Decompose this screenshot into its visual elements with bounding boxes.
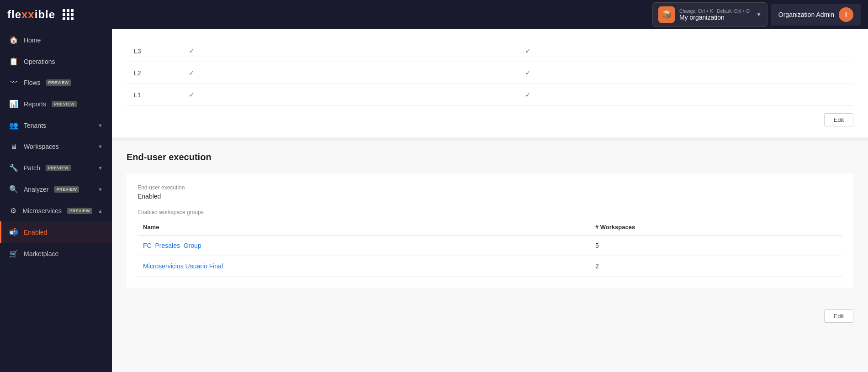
top-edit-btn-container: Edit (127, 106, 853, 126)
level-l2: L2 (127, 62, 181, 84)
analyzer-icon: 🔍 (9, 185, 18, 194)
workspace-table-header-row: Name # Workspaces (138, 219, 842, 236)
header-right: 📦 Change: Ctrl + K Default: Ctrl + D My … (652, 2, 861, 27)
sidebar-item-operations[interactable]: 📋 Operations (0, 51, 112, 72)
reports-preview-badge: PREVIEW (52, 101, 77, 107)
workspace-row-1: FC_Presales_Group 5 (138, 236, 842, 256)
level-l1-check1: ✓ (181, 84, 518, 106)
sidebar-item-patch[interactable]: 🔧 Patch PREVIEW ▼ (0, 157, 112, 178)
admin-avatar: I (839, 7, 853, 22)
check-icon: ✓ (189, 91, 195, 99)
org-icon: 📦 (658, 6, 675, 23)
sidebar-item-tenants[interactable]: 👥 Tenants ▼ (0, 115, 112, 136)
sidebar-item-home-label: Home (24, 37, 41, 44)
analyzer-preview-badge: PREVIEW (54, 186, 79, 193)
sidebar-item-marketplace[interactable]: 🛒 Marketplace (0, 243, 112, 264)
org-info: Change: Ctrl + K Default: Ctrl + D My or… (679, 9, 750, 21)
level-l1: L1 (127, 84, 181, 106)
execution-field-value: Enabled (138, 193, 842, 200)
workspace-row-2: Microservicios Usuario Final 2 (138, 256, 842, 277)
execution-card: End-user execution Enabled Enabled works… (127, 173, 853, 288)
admin-label: Organization Admin (778, 11, 834, 18)
org-name: My organization (679, 14, 750, 21)
sidebar-item-reports-label: Reports (24, 100, 46, 108)
sidebar-item-enabled[interactable]: 📬 Enabled (0, 221, 112, 243)
bottom-edit-button[interactable]: Edit (824, 309, 853, 323)
sidebar-item-microservices-label: Microservices (23, 207, 62, 215)
flows-preview-badge: PREVIEW (46, 79, 71, 86)
workspaces-chevron-icon: ▼ (98, 144, 103, 149)
groups-label: Enabled workspace groups (138, 209, 842, 215)
sidebar-item-marketplace-label: Marketplace (24, 250, 58, 257)
level-l3: L3 (127, 40, 181, 62)
workspace-groups-table: Name # Workspaces FC_Presales_Group 5 Mi… (138, 219, 842, 277)
sidebar-item-tenants-label: Tenants (24, 122, 46, 129)
sidebar-item-reports[interactable]: 📊 Reports PREVIEW (0, 93, 112, 115)
levels-table: L3 ✓ ✓ L2 ✓ ✓ L1 ✓ ✓ (127, 40, 853, 106)
marketplace-icon: 🛒 (9, 249, 18, 258)
sidebar-item-flows-label: Flows (24, 79, 41, 86)
check-icon: ✓ (189, 47, 195, 55)
workspace-name-2: Microservicios Usuario Final (138, 256, 590, 277)
sidebar-item-microservices[interactable]: ⚙ Microservices PREVIEW ▲ (0, 200, 112, 221)
patch-preview-badge: PREVIEW (46, 165, 71, 171)
top-edit-button[interactable]: Edit (824, 113, 853, 126)
microservices-chevron-icon: ▲ (98, 208, 103, 214)
tenants-chevron-icon: ▼ (98, 123, 103, 128)
execution-section-title: End-user execution (127, 152, 853, 162)
table-row-l3: L3 ✓ ✓ (127, 40, 853, 62)
level-l3-check2: ✓ (518, 40, 854, 62)
org-chevron-icon: ▼ (756, 11, 762, 18)
analyzer-chevron-icon: ▼ (98, 187, 103, 192)
microservices-icon: ⚙ (9, 206, 17, 215)
level-l1-check2: ✓ (518, 84, 854, 106)
workspace-col-count: # Workspaces (590, 219, 842, 236)
table-row-l2: L2 ✓ ✓ (127, 62, 853, 84)
microservices-preview-badge: PREVIEW (67, 208, 92, 214)
workspace-name-1: FC_Presales_Group (138, 236, 590, 256)
workspace-count-2: 2 (590, 256, 842, 277)
org-shortcuts: Change: Ctrl + K Default: Ctrl + D (679, 9, 750, 14)
sidebar-item-home[interactable]: 🏠 Home (0, 29, 112, 51)
sidebar: 🏠 Home 📋 Operations 〰 Flows PREVIEW 📊 Re… (0, 29, 112, 372)
reports-icon: 📊 (9, 100, 18, 108)
tenants-icon: 👥 (9, 121, 18, 130)
sidebar-item-workspaces[interactable]: 🖥 Workspaces ▼ (0, 136, 112, 157)
content: L3 ✓ ✓ L2 ✓ ✓ L1 ✓ ✓ (112, 29, 868, 372)
level-l2-check2: ✓ (518, 62, 854, 84)
check-icon: ✓ (525, 47, 531, 55)
sidebar-item-enabled-label: Enabled (24, 229, 47, 236)
execution-field-label: End-user execution (138, 184, 842, 191)
execution-section: End-user execution End-user execution En… (112, 141, 868, 299)
operations-icon: 📋 (9, 57, 18, 66)
enabled-icon: 📬 (9, 228, 18, 236)
sidebar-item-patch-label: Patch (24, 164, 40, 172)
header-left: flexxible (7, 8, 74, 21)
level-l2-check1: ✓ (181, 62, 518, 84)
home-icon: 🏠 (9, 36, 18, 44)
workspace-col-name: Name (138, 219, 590, 236)
level-l3-check1: ✓ (181, 40, 518, 62)
sidebar-item-analyzer-label: Analyzer (24, 186, 48, 193)
sidebar-item-workspaces-label: Workspaces (24, 143, 59, 150)
flows-icon: 〰 (9, 79, 18, 87)
check-icon: ✓ (525, 69, 531, 77)
check-icon: ✓ (525, 91, 531, 99)
check-icon: ✓ (189, 69, 195, 77)
main: 🏠 Home 📋 Operations 〰 Flows PREVIEW 📊 Re… (0, 29, 868, 372)
table-row-l1: L1 ✓ ✓ (127, 84, 853, 106)
sidebar-item-analyzer[interactable]: 🔍 Analyzer PREVIEW ▼ (0, 178, 112, 200)
sidebar-item-flows[interactable]: 〰 Flows PREVIEW (0, 72, 112, 93)
org-selector[interactable]: 📦 Change: Ctrl + K Default: Ctrl + D My … (652, 2, 767, 27)
logo: flexxible (7, 8, 55, 21)
header: flexxible 📦 Change: Ctrl + K Default: Ct… (0, 0, 868, 29)
top-table-section: L3 ✓ ✓ L2 ✓ ✓ L1 ✓ ✓ (112, 29, 868, 141)
patch-chevron-icon: ▼ (98, 165, 103, 171)
sidebar-item-operations-label: Operations (24, 58, 55, 65)
workspace-count-1: 5 (590, 236, 842, 256)
admin-button[interactable]: Organization Admin I (771, 4, 861, 26)
workspaces-icon: 🖥 (9, 142, 18, 151)
bottom-edit-container: Edit (112, 299, 868, 334)
grid-icon[interactable] (63, 9, 74, 20)
patch-icon: 🔧 (9, 163, 18, 172)
